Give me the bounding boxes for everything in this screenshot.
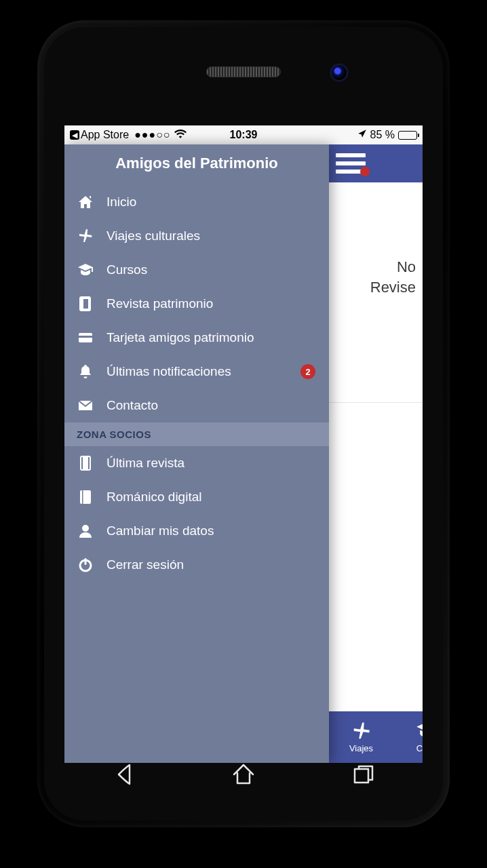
book-icon <box>77 296 94 312</box>
svg-rect-8 <box>85 558 87 565</box>
screen: ◀ App Store ●●●○○ 10:39 85 % <box>64 125 423 763</box>
gradcap-icon <box>414 721 423 741</box>
battery-pct: 85 % <box>370 129 395 141</box>
nav-datos[interactable]: Cambiar mis datos <box>64 514 329 548</box>
nav-viajes[interactable]: Viajes culturales <box>64 219 329 253</box>
section-zona-socios: ZONA SOCIOS <box>64 422 329 446</box>
svg-rect-1 <box>79 336 92 338</box>
nav-cursos[interactable]: Cursos <box>64 253 329 287</box>
battery-icon <box>398 131 417 140</box>
nav-label: Revista patrimonio <box>106 296 213 311</box>
nav-label: Cursos <box>106 262 147 277</box>
android-recents-button[interactable] <box>349 761 376 791</box>
notification-badge: 2 <box>300 364 315 379</box>
back-to-appstore[interactable]: ◀ App Store <box>70 129 129 141</box>
tab-label: Viajes <box>349 743 373 753</box>
nav-ultima-revista[interactable]: Última revista <box>64 446 329 480</box>
svg-rect-5 <box>82 490 83 504</box>
main-content: No Revise <box>329 182 423 711</box>
bottom-tabs: Viajes Curs <box>329 711 423 763</box>
home-icon <box>77 194 94 210</box>
location-icon <box>357 129 367 141</box>
nav-contacto[interactable]: Contacto <box>64 389 329 422</box>
plane-icon <box>350 721 373 741</box>
card-icon <box>77 330 94 346</box>
nav-label: Románico digital <box>106 490 201 505</box>
nav-label: Cambiar mis datos <box>106 524 214 538</box>
chevron-left-icon: ◀ <box>70 130 79 140</box>
drawer-title: Amigos del Patrimonio <box>64 144 329 182</box>
divider <box>329 402 423 403</box>
nav-label: Última revista <box>106 456 184 471</box>
status-time: 10:39 <box>230 129 258 141</box>
nav-tarjeta[interactable]: Tarjeta amigos patrimonio <box>64 321 329 355</box>
main-line2: Revise <box>329 277 416 298</box>
drawer-list: Inicio Viajes culturales Cursos Revista … <box>64 182 329 582</box>
tab-viajes[interactable]: Viajes <box>329 721 393 753</box>
device-inner: ◀ App Store ●●●○○ 10:39 85 % <box>44 27 443 821</box>
android-home-button[interactable] <box>230 761 257 791</box>
nav-revista[interactable]: Revista patrimonio <box>64 287 329 321</box>
nav-label: Últimas notificaciones <box>106 364 231 379</box>
status-bar: ◀ App Store ●●●○○ 10:39 85 % <box>64 125 423 144</box>
nav-cerrar[interactable]: Cerrar sesión <box>64 548 329 582</box>
bookmark-icon <box>77 455 94 471</box>
svg-rect-4 <box>80 490 91 504</box>
nav-label: Tarjeta amigos patrimonio <box>106 330 254 345</box>
front-camera <box>332 65 347 80</box>
menu-button[interactable] <box>336 153 366 174</box>
plane-icon <box>77 228 94 244</box>
svg-rect-9 <box>355 769 368 783</box>
gradcap-icon <box>77 262 94 278</box>
nav-label: Viajes culturales <box>106 229 200 243</box>
side-drawer: Amigos del Patrimonio Inicio Viajes cult… <box>64 144 329 763</box>
nav-notificaciones[interactable]: Últimas notificaciones 2 <box>64 355 329 389</box>
tab-label: Curs <box>416 743 423 753</box>
svg-point-6 <box>82 525 89 532</box>
notification-dot <box>360 167 370 176</box>
tab-cursos[interactable]: Curs <box>393 721 423 753</box>
speaker-grille <box>206 66 281 77</box>
power-icon <box>77 557 94 573</box>
user-icon <box>77 523 94 539</box>
signal-icon: ●●●○○ <box>134 129 170 141</box>
svg-rect-3 <box>83 456 88 470</box>
nav-inicio[interactable]: Inicio <box>64 185 329 219</box>
nav-label: Inicio <box>106 195 136 210</box>
wifi-icon <box>174 129 187 141</box>
mail-icon <box>77 397 94 414</box>
back-label: App Store <box>81 129 129 141</box>
book-filled-icon <box>77 489 94 505</box>
nav-label: Contacto <box>106 398 158 413</box>
main-line1: No <box>329 257 416 277</box>
nav-romanico[interactable]: Románico digital <box>64 480 329 514</box>
device-frame: ◀ App Store ●●●○○ 10:39 85 % <box>37 20 450 827</box>
nav-label: Cerrar sesión <box>106 557 184 572</box>
bell-icon <box>77 363 94 380</box>
android-back-button[interactable] <box>111 761 138 791</box>
